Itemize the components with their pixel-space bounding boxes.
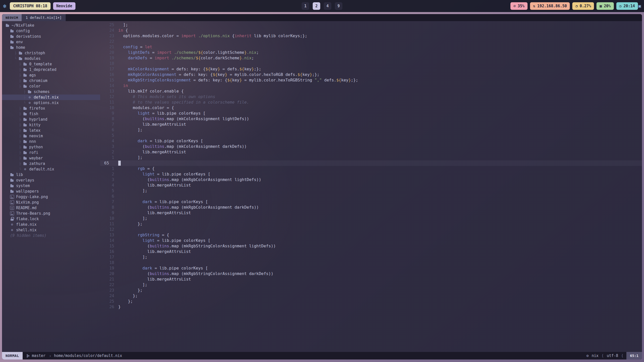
workspace-9[interactable]: 9 bbox=[335, 2, 342, 10]
tree-item-0_template[interactable]: ├0_template bbox=[2, 61, 100, 67]
tree-item-overlays[interactable]: overlays bbox=[2, 177, 100, 183]
editor-line[interactable]: 16 lib.mergeAttrsList bbox=[100, 249, 642, 254]
editor-line[interactable]: 11 # to the values specified in a colors… bbox=[100, 100, 642, 105]
tree-item-options.nix[interactable]: └⚙options.nix bbox=[2, 100, 100, 106]
editor-line[interactable]: 7 lib.mergeAttrsList bbox=[100, 122, 642, 127]
tree-item-latex[interactable]: ├latex bbox=[2, 128, 100, 133]
tree-item-firefox[interactable]: ├firefox bbox=[2, 106, 100, 111]
editor-line[interactable]: 18 bbox=[100, 61, 642, 66]
editor-line[interactable]: 13 rgbString = { bbox=[100, 232, 642, 238]
editor-line[interactable]: 8 (builtins.map (mkColorAssignment light… bbox=[100, 116, 642, 122]
editor-line[interactable]: 2 lib.mergeAttrsList bbox=[100, 149, 642, 155]
editor-line[interactable]: 23 }; bbox=[100, 288, 642, 293]
editor-line[interactable]: 20 (builtins.map (mkRgbStringColorAssign… bbox=[100, 271, 642, 277]
module-network[interactable]: ⇅192.168.86.50 bbox=[530, 2, 570, 10]
workspace-2[interactable]: 2 bbox=[313, 2, 320, 10]
editor-line[interactable]: 19 dark = lib.pipe colorKeys [ bbox=[100, 265, 642, 271]
editor-line[interactable]: 6 ]; bbox=[100, 127, 642, 133]
editor-line[interactable]: 8 (builtins.map (mkRgbColorAssignment da… bbox=[100, 205, 642, 210]
editor-line[interactable]: 19 darkDefs = import ./schemes/${color.d… bbox=[100, 55, 642, 61]
tree-item-derivations[interactable]: derivations bbox=[2, 34, 100, 39]
editor-line[interactable]: 14 in bbox=[100, 83, 642, 88]
tree-item-~-nixflake[interactable]: ~/NixFlake bbox=[2, 23, 100, 28]
editor-line[interactable]: 1 ]; bbox=[100, 155, 642, 160]
workspace-4[interactable]: 4 bbox=[324, 2, 331, 10]
tree-item-env[interactable]: env bbox=[2, 39, 100, 45]
tree-item-home[interactable]: home bbox=[2, 45, 100, 50]
tree-item-fish[interactable]: ├fish bbox=[2, 111, 100, 117]
tree-item-christoph[interactable]: ├christoph bbox=[2, 50, 100, 56]
editor-line[interactable]: 14 light = lib.pipe colorKeys [ bbox=[100, 238, 642, 243]
tree-item-config[interactable]: config bbox=[2, 28, 100, 34]
tree-item-kitty[interactable]: ├kitty bbox=[2, 122, 100, 128]
tree-item-default.nix[interactable]: ├⚙default.nix bbox=[2, 95, 100, 100]
editor-line[interactable]: 3 (builtins.map (mkColorAssignment darkD… bbox=[100, 144, 642, 149]
editor-lines[interactable]: 25 ];24in {23 options.modules.color = im… bbox=[100, 21, 642, 352]
editor-line[interactable]: 21 lib.mergeAttrsList bbox=[100, 277, 642, 282]
tab-default-nix[interactable]: 1 default.nix[1+] bbox=[22, 14, 66, 21]
editor-line[interactable]: 65 bbox=[100, 160, 642, 166]
tree-item-nnn[interactable]: ├nnn bbox=[2, 139, 100, 144]
editor-line[interactable]: 24in { bbox=[100, 28, 642, 33]
module-cpu[interactable]: ◔0.27% bbox=[572, 2, 594, 10]
editor-line[interactable]: 18 bbox=[100, 260, 642, 265]
editor-line[interactable]: 1 rgb = { bbox=[100, 166, 642, 171]
tree-item-chromium[interactable]: ├chromium bbox=[2, 78, 100, 83]
tree-item-foggy-lake.png[interactable]: Foggy-Lake.png bbox=[2, 194, 100, 200]
editor-line[interactable]: 25 }; bbox=[100, 299, 642, 304]
tree-item-three-bears.png[interactable]: Three-Bears.png bbox=[2, 211, 100, 216]
editor-line[interactable]: 11 }; bbox=[100, 221, 642, 227]
tree-item-schemes[interactable]: ├schemes bbox=[2, 89, 100, 95]
tree-item--9-hidden-items-[interactable]: (9 hidden items) bbox=[2, 233, 100, 238]
module-memory[interactable]: ▦20% bbox=[596, 2, 614, 10]
editor-line[interactable]: 4 lib.mergeAttrsList bbox=[100, 183, 642, 188]
module-clock[interactable]: ◷20:14 bbox=[616, 2, 638, 10]
editor-line[interactable]: 9 light = lib.pipe colorKeys [ bbox=[100, 111, 642, 116]
tree-item-readme.md[interactable]: README.md bbox=[2, 205, 100, 211]
workspace-1[interactable]: 1 bbox=[302, 2, 309, 10]
tray-icon[interactable]: ▣ bbox=[638, 4, 641, 9]
editor-line[interactable]: 23 options.modules.color = import ./opti… bbox=[100, 33, 642, 39]
editor-line[interactable]: 10 modules.color = { bbox=[100, 105, 642, 111]
editor-line[interactable]: 5 ]; bbox=[100, 188, 642, 194]
tree-item-python[interactable]: ├python bbox=[2, 144, 100, 150]
editor-line[interactable]: 10 ]; bbox=[100, 216, 642, 221]
module-volume[interactable]: ⊘35% bbox=[510, 2, 528, 10]
editor-line[interactable]: 20 lightDefs = import ./schemes/${color.… bbox=[100, 50, 642, 55]
tree-item-rofi[interactable]: ├rofi bbox=[2, 150, 100, 155]
editor-line[interactable]: 7 dark = lib.pipe colorKeys [ bbox=[100, 199, 642, 205]
editor-line[interactable]: 6 bbox=[100, 194, 642, 199]
editor-line[interactable]: 25 ]; bbox=[100, 22, 642, 28]
editor-line[interactable]: 15 mkRgbStringColorAssignment = defs: ke… bbox=[100, 77, 642, 83]
editor-line[interactable]: 26} bbox=[100, 304, 642, 310]
tree-item-shell.nix[interactable]: ⚙shell.nix bbox=[2, 227, 100, 233]
editor-line[interactable]: 17 ]; bbox=[100, 254, 642, 260]
tree-item-modules[interactable]: └modules bbox=[2, 56, 100, 61]
editor-line[interactable]: 4 dark = lib.pipe colorKeys [ bbox=[100, 138, 642, 144]
tree-item-nixvim.png[interactable]: NixVim.png bbox=[2, 200, 100, 205]
editor-line[interactable]: 24 }; bbox=[100, 293, 642, 299]
editor-line[interactable]: 12 bbox=[100, 227, 642, 232]
tree-item-ags[interactable]: ├ags bbox=[2, 72, 100, 78]
tree-item-default.nix[interactable]: └⚙default.nix bbox=[2, 166, 100, 172]
tree-item-color[interactable]: ├color bbox=[2, 83, 100, 89]
tree-item-1_deprecated[interactable]: ├1_deprecated bbox=[2, 67, 100, 72]
tree-item-system[interactable]: system bbox=[2, 183, 100, 189]
editor-line[interactable]: 22 bbox=[100, 39, 642, 44]
editor-line[interactable]: 22 ]; bbox=[100, 282, 642, 288]
editor-line[interactable]: 5 bbox=[100, 133, 642, 138]
editor-line[interactable]: 3 (builtins.map (mkRgbColorAssignment li… bbox=[100, 177, 642, 183]
editor-line[interactable]: 17 mkColorAssignment = defs: key: {${key… bbox=[100, 66, 642, 72]
editor-line[interactable]: 13 lib.mkIf color.enable { bbox=[100, 88, 642, 94]
tree-item-neovim[interactable]: ├neovim bbox=[2, 133, 100, 139]
editor-line[interactable]: 12 # This module sets its own options bbox=[100, 94, 642, 100]
tree-item-wallpapers[interactable]: wallpapers bbox=[2, 189, 100, 194]
editor-line[interactable]: 15 (builtins.map (mkRgbStringColorAssign… bbox=[100, 243, 642, 249]
tree-item-zathura[interactable]: ├zathura bbox=[2, 161, 100, 166]
tree-item-flake.nix[interactable]: ⚙flake.nix bbox=[2, 222, 100, 227]
editor-line[interactable]: 21 config = let bbox=[100, 44, 642, 50]
tree-item-hyprland[interactable]: ├hyprland bbox=[2, 117, 100, 122]
tree-item-flake.lock[interactable]: flake.lock bbox=[2, 216, 100, 222]
editor-line[interactable]: 9 lib.mergeAttrsList bbox=[100, 210, 642, 216]
tree-item-lib[interactable]: lib bbox=[2, 172, 100, 177]
